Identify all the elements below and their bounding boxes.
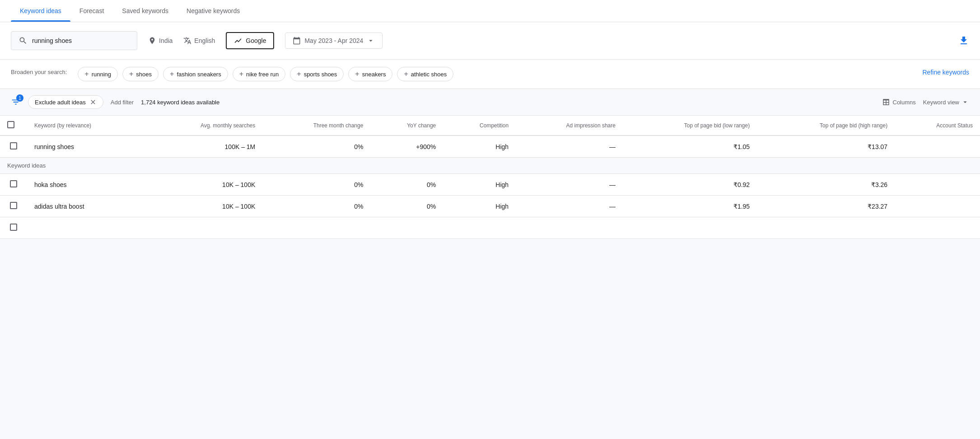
search-box[interactable]: running shoes: [11, 31, 137, 50]
search-icon: [19, 36, 28, 45]
location-icon: [148, 37, 156, 45]
tab-forecast[interactable]: Forecast: [70, 0, 113, 22]
location-label: India: [159, 37, 173, 44]
account-status-adidas-ultra-boost: [895, 196, 980, 217]
download-button[interactable]: [958, 35, 969, 46]
exclude-adult-chip[interactable]: Exclude adult ideas: [28, 95, 103, 109]
competition-adidas-ultra-boost: High: [443, 196, 516, 217]
broaden-search-area: Broaden your search: + running + shoes +…: [0, 60, 980, 89]
chip-fashion-sneakers[interactable]: + fashion sneakers: [163, 67, 228, 81]
chip-sports-shoes-label: sports shoes: [304, 71, 337, 78]
idea-row-adidas-ultra-boost: adidas ultra boost 10K – 100K 0% 0% High…: [0, 196, 980, 217]
keyword-ideas-section-header: Keyword ideas: [0, 158, 980, 174]
columns-button[interactable]: Columns: [882, 98, 916, 106]
top-low-running-shoes: ₹1.05: [623, 135, 757, 158]
col-three-month[interactable]: Three month change: [262, 116, 370, 135]
chip-sports-shoes[interactable]: + sports shoes: [290, 67, 344, 81]
yoy-running-shoes: +900%: [370, 135, 443, 158]
language-filter[interactable]: English: [183, 37, 215, 45]
section-label: Keyword ideas: [0, 158, 980, 174]
chip-running-label: running: [92, 71, 111, 78]
keyword-cell-running-shoes: running shoes: [27, 135, 147, 158]
language-icon: [183, 37, 191, 45]
exclude-adult-label: Exclude adult ideas: [35, 99, 86, 106]
keywords-table: Keyword (by relevance) Avg. monthly sear…: [0, 116, 980, 239]
col-account-status[interactable]: Account Status: [895, 116, 980, 135]
search-network-button[interactable]: Google: [226, 32, 274, 49]
col-top-high[interactable]: Top of page bid (high range): [757, 116, 895, 135]
tab-keyword-ideas[interactable]: Keyword ideas: [11, 0, 70, 22]
col-keyword[interactable]: Keyword (by relevance): [27, 116, 147, 135]
idea-row-hoka-shoes: hoka shoes 10K – 100K 0% 0% High — ₹0.92…: [0, 174, 980, 196]
google-network-icon: [234, 37, 242, 45]
chip-nike-free-run[interactable]: + nike free run: [233, 67, 286, 81]
top-high-adidas-ultra-boost: ₹23.27: [757, 196, 895, 217]
row-checkbox-hoka-shoes[interactable]: [10, 180, 17, 187]
avg-monthly-running-shoes: 100K – 1M: [147, 135, 263, 158]
col-top-low[interactable]: Top of page bid (low range): [623, 116, 757, 135]
chip-shoes[interactable]: + shoes: [122, 67, 159, 81]
date-range-label: May 2023 - Apr 2024: [304, 37, 363, 44]
top-high-running-shoes: ₹13.07: [757, 135, 895, 158]
competition-running-shoes: High: [443, 135, 516, 158]
three-month-running-shoes: 0%: [262, 135, 370, 158]
chip-sneakers[interactable]: + sneakers: [348, 67, 392, 81]
date-range-picker[interactable]: May 2023 - Apr 2024: [285, 33, 383, 49]
competition-hoka-shoes: High: [443, 174, 516, 196]
avg-monthly-hoka-shoes: 10K – 100K: [147, 174, 263, 196]
broaden-chips: + running + shoes + fashion sneakers + n…: [78, 67, 911, 81]
select-all-checkbox[interactable]: [7, 121, 14, 128]
location-filter[interactable]: India: [148, 37, 173, 45]
seed-keyword-row: running shoes 100K – 1M 0% +900% High — …: [0, 135, 980, 158]
chip-fashion-sneakers-label: fashion sneakers: [177, 71, 221, 78]
keyword-view-label: Keyword view: [923, 99, 959, 106]
avg-monthly-adidas-ultra-boost: 10K – 100K: [147, 196, 263, 217]
chevron-down-icon: [367, 37, 375, 45]
filter-bar: 1 Exclude adult ideas Add filter 1,724 k…: [0, 89, 980, 116]
refine-keywords-button[interactable]: Refine keywords: [923, 67, 970, 76]
columns-label: Columns: [893, 99, 916, 106]
keyword-view-button[interactable]: Keyword view: [923, 98, 969, 106]
col-checkbox[interactable]: [0, 116, 27, 135]
ad-impression-hoka-shoes: —: [516, 174, 623, 196]
col-competition[interactable]: Competition: [443, 116, 516, 135]
chip-running[interactable]: + running: [78, 67, 118, 81]
col-avg-monthly[interactable]: Avg. monthly searches: [147, 116, 263, 135]
ad-impression-running-shoes: —: [516, 135, 623, 158]
broaden-label: Broaden your search:: [11, 67, 67, 75]
filter-badge: 1: [16, 94, 23, 102]
yoy-hoka-shoes: 0%: [370, 174, 443, 196]
partial-row: [0, 217, 980, 239]
three-month-adidas-ultra-boost: 0%: [262, 196, 370, 217]
tab-saved-keywords[interactable]: Saved keywords: [113, 0, 177, 22]
tab-negative-keywords[interactable]: Negative keywords: [177, 0, 249, 22]
language-label: English: [194, 37, 215, 44]
columns-icon: [882, 98, 890, 106]
chip-athletic-shoes[interactable]: + athletic shoes: [397, 67, 453, 81]
search-area: running shoes India English Google May 2…: [0, 22, 980, 60]
add-filter-button[interactable]: Add filter: [111, 99, 134, 106]
search-network-label: Google: [246, 37, 266, 44]
chip-nike-free-run-label: nike free run: [246, 71, 279, 78]
col-yoy[interactable]: YoY change: [370, 116, 443, 135]
download-icon: [958, 35, 969, 46]
account-status-running-shoes: [895, 135, 980, 158]
row-checkbox-partial[interactable]: [10, 224, 17, 231]
chip-sneakers-label: sneakers: [362, 71, 386, 78]
keyword-cell-adidas-ultra-boost: adidas ultra boost: [27, 196, 147, 217]
chevron-down-keyword-view-icon: [961, 98, 969, 106]
keyword-count: 1,724 keyword ideas available: [141, 99, 219, 106]
keyword-cell-hoka-shoes: hoka shoes: [27, 174, 147, 196]
chip-athletic-shoes-label: athletic shoes: [411, 71, 447, 78]
ad-impression-adidas-ultra-boost: —: [516, 196, 623, 217]
top-low-hoka-shoes: ₹0.92: [623, 174, 757, 196]
filter-icon-wrapper[interactable]: 1: [11, 97, 21, 107]
close-icon[interactable]: [89, 98, 97, 106]
account-status-hoka-shoes: [895, 174, 980, 196]
chip-shoes-label: shoes: [136, 71, 152, 78]
col-ad-impression[interactable]: Ad impression share: [516, 116, 623, 135]
row-checkbox-running-shoes[interactable]: [10, 142, 17, 149]
row-checkbox-adidas-ultra-boost[interactable]: [10, 202, 17, 209]
yoy-adidas-ultra-boost: 0%: [370, 196, 443, 217]
top-low-adidas-ultra-boost: ₹1.95: [623, 196, 757, 217]
